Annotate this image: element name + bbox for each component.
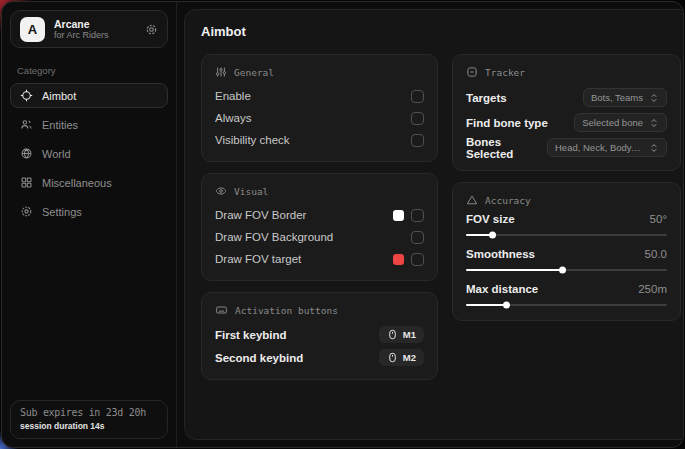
sidebar-item-label: Aimbot	[42, 90, 76, 102]
card-title: Accuracy	[485, 195, 531, 206]
main-area: Aimbot General	[177, 2, 684, 447]
eye-icon	[215, 185, 227, 197]
row-label: Find bone type	[466, 117, 548, 129]
slider-fill	[466, 304, 506, 306]
second-keybind-row: Second keybind M2	[215, 346, 424, 369]
content-panel: Aimbot General	[184, 9, 684, 440]
subscription-card: Sub expires in 23d 20h session duration …	[10, 400, 168, 439]
select-value: Head, Neck, Body, Pe...	[555, 142, 643, 153]
grid-icon	[20, 176, 33, 189]
card-title: Visual	[234, 186, 268, 197]
max-distance-slider[interactable]	[466, 304, 667, 306]
row-label: Targets	[466, 92, 507, 104]
left-column: General Enable Always Visibility check	[201, 54, 438, 391]
sidebar-item-settings[interactable]: Settings	[10, 199, 168, 224]
keyboard-icon	[215, 304, 228, 316]
targets-select[interactable]: Bots, Teams	[583, 88, 667, 107]
app-subtitle: for Arc Riders	[54, 30, 136, 40]
row-label: Draw FOV target	[215, 253, 301, 265]
fov-background-checkbox[interactable]	[411, 231, 424, 244]
fov-border-checkbox[interactable]	[411, 209, 424, 222]
fov-target-checkbox[interactable]	[411, 253, 424, 266]
header-gear-button[interactable]	[145, 23, 158, 36]
bones-selected-select[interactable]: Head, Neck, Body, Pe...	[547, 138, 667, 157]
tracker-card: Tracker Targets Bots, Teams	[452, 54, 681, 171]
second-keybind-button[interactable]: M2	[379, 349, 424, 366]
fov-size-slider[interactable]	[466, 234, 667, 236]
visual-row-fov-background: Draw FOV Background	[215, 226, 424, 248]
slider-label: Max distance	[466, 283, 538, 295]
sidebar-item-label: Entities	[42, 119, 78, 131]
row-label: Enable	[215, 90, 251, 102]
card-title: Tracker	[485, 67, 525, 78]
keybind-value: M1	[403, 329, 416, 340]
session-duration-text: session duration 14s	[20, 421, 158, 431]
row-label: Visibility check	[215, 134, 290, 146]
slider-thumb[interactable]	[489, 232, 496, 239]
keybind-value: M2	[403, 352, 416, 363]
slider-label: FOV size	[466, 213, 515, 225]
app-header-text: Arcane for Arc Riders	[54, 18, 136, 40]
globe-icon	[20, 147, 33, 160]
triangle-icon	[466, 194, 478, 206]
visual-card-header: Visual	[215, 185, 424, 197]
row-label: Bones Selected	[466, 136, 547, 160]
gear-icon	[145, 23, 158, 36]
find-bone-type-row: Find bone type Selected bone	[466, 110, 667, 135]
fov-border-color-swatch[interactable]	[393, 210, 404, 221]
visual-card: Visual Draw FOV Border Draw FOV Backgrou…	[201, 173, 438, 281]
card-title: Activation buttons	[235, 305, 338, 316]
find-bone-type-select[interactable]: Selected bone	[574, 113, 667, 132]
sidebar-item-miscellaneous[interactable]: Miscellaneous	[10, 170, 168, 195]
bones-selected-row: Bones Selected Head, Neck, Body, Pe...	[466, 135, 667, 160]
crosshair-icon	[20, 89, 33, 102]
slider-fill	[466, 269, 562, 271]
first-keybind-row: First keybind M1	[215, 323, 424, 346]
row-label: Draw FOV Background	[215, 231, 333, 243]
card-title: General	[234, 67, 274, 78]
row-label: First keybind	[215, 329, 287, 341]
slider-label: Smoothness	[466, 248, 535, 260]
card-columns: General Enable Always Visibility check	[201, 54, 681, 391]
visual-row-fov-border: Draw FOV Border	[215, 204, 424, 226]
select-value: Selected bone	[582, 117, 643, 128]
row-label: Second keybind	[215, 352, 303, 364]
chevron-up-down-icon	[649, 93, 659, 103]
focus-icon	[466, 66, 478, 78]
app-header-card: A Arcane for Arc Riders	[10, 10, 168, 48]
tracker-card-header: Tracker	[466, 66, 667, 78]
sidebar-menu: Aimbot Entities World	[2, 83, 176, 224]
max-distance-slider-block: Max distance 250m	[466, 283, 667, 306]
select-value: Bots, Teams	[591, 92, 643, 103]
always-checkbox[interactable]	[411, 112, 424, 125]
sidebar-item-aimbot[interactable]: Aimbot	[10, 83, 168, 108]
row-label: Always	[215, 112, 251, 124]
page-title: Aimbot	[201, 24, 681, 39]
slider-thumb[interactable]	[559, 267, 566, 274]
first-keybind-button[interactable]: M1	[379, 326, 424, 343]
slider-value: 50.0	[645, 248, 667, 260]
chevron-up-down-icon	[649, 143, 659, 153]
enable-checkbox[interactable]	[411, 90, 424, 103]
general-row-visibility: Visibility check	[215, 129, 424, 151]
desktop-background: { "app": { "logo_letter": "A", "title": …	[0, 0, 685, 449]
sidebar: A Arcane for Arc Riders Category	[2, 2, 177, 447]
logo-letter: A	[28, 22, 37, 37]
category-label: Category	[17, 65, 176, 76]
visibility-check-checkbox[interactable]	[411, 134, 424, 147]
smoothness-slider[interactable]	[466, 269, 667, 271]
fov-target-color-swatch[interactable]	[393, 254, 404, 265]
sub-expiry-text: Sub expires in 23d 20h	[20, 407, 158, 418]
general-row-always: Always	[215, 107, 424, 129]
entities-icon	[20, 118, 33, 131]
right-column: Tracker Targets Bots, Teams	[452, 54, 681, 332]
targets-row: Targets Bots, Teams	[466, 85, 667, 110]
sidebar-item-label: Settings	[42, 206, 82, 218]
sidebar-item-entities[interactable]: Entities	[10, 112, 168, 137]
visual-row-fov-target: Draw FOV target	[215, 248, 424, 270]
row-label: Draw FOV Border	[215, 209, 306, 221]
sliders-icon	[215, 66, 227, 78]
sidebar-item-world[interactable]: World	[10, 141, 168, 166]
slider-value: 250m	[638, 283, 667, 295]
slider-thumb[interactable]	[503, 302, 510, 309]
